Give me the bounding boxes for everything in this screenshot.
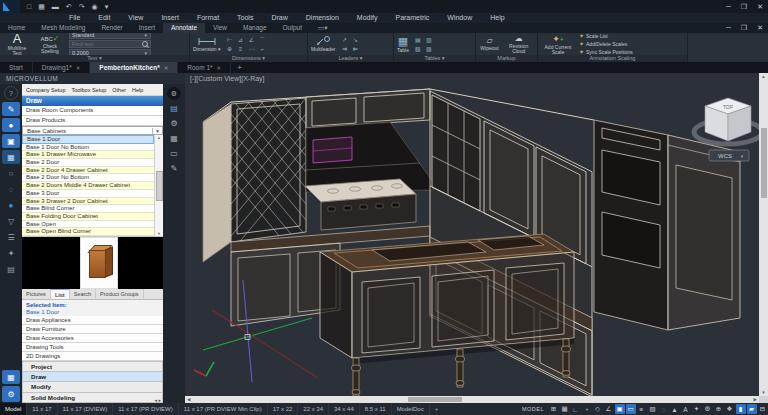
tab-product-groups[interactable]: Product Groups bbox=[96, 289, 144, 299]
table-export-icon[interactable]: ▤ bbox=[413, 36, 423, 44]
ribbon-tab-manage[interactable]: Manage bbox=[235, 23, 275, 33]
close-icon[interactable]: ✕ bbox=[164, 65, 169, 71]
pointer-tool-icon[interactable]: ✦ bbox=[2, 246, 20, 260]
status-object-snap-icon[interactable]: ▣ bbox=[615, 404, 625, 414]
new-drawing-tab-button[interactable]: + bbox=[231, 62, 248, 73]
range-cooktop[interactable] bbox=[305, 179, 416, 230]
new-layout-button[interactable]: + bbox=[430, 406, 444, 412]
angular-dimension-icon[interactable]: ∠ bbox=[247, 36, 257, 44]
markup-panel-label[interactable]: Markup bbox=[476, 55, 537, 62]
table-upload-icon[interactable]: ▧ bbox=[413, 45, 423, 53]
tab-search[interactable]: Search bbox=[70, 289, 96, 299]
baseline-dimension-icon[interactable]: ≡ bbox=[236, 45, 246, 53]
product-list-item[interactable]: Base 2 Door 4 Drawer Cabinet bbox=[22, 167, 154, 175]
remove-leader-icon[interactable]: ↘ bbox=[350, 36, 360, 44]
status-snap-mode-icon[interactable]: ▦ bbox=[560, 404, 570, 414]
undo-icon[interactable]: ↶ bbox=[64, 0, 74, 13]
qat-dropdown-icon[interactable]: ▾ bbox=[103, 0, 111, 13]
draw-furniture-button[interactable]: Draw Furniture bbox=[22, 325, 163, 334]
section-modify[interactable]: Modify bbox=[22, 381, 163, 391]
doc-minimize-button[interactable]: ─ bbox=[721, 23, 736, 33]
close-icon[interactable]: ✕ bbox=[217, 65, 222, 71]
palette-menu-other[interactable]: Other bbox=[112, 87, 126, 93]
status-autoscale-icon[interactable]: A bbox=[681, 404, 691, 414]
redo-icon[interactable]: ↷ bbox=[77, 0, 87, 13]
section-project[interactable]: Project bbox=[22, 361, 163, 371]
palette-title[interactable]: MICROVELLUM bbox=[0, 73, 185, 84]
ribbon-tab-home[interactable]: Home bbox=[0, 23, 33, 33]
scrollbar-thumb[interactable] bbox=[408, 397, 462, 402]
dimensions-panel-label[interactable]: Dimensions ▾ bbox=[190, 55, 307, 62]
layout-tab[interactable]: 34 x 44 bbox=[329, 403, 360, 415]
search-icon[interactable] bbox=[142, 41, 148, 47]
layout-tab[interactable]: 11 x 17 (PR DVIEW Min Clip) bbox=[179, 403, 268, 415]
menu-insert[interactable]: Insert bbox=[152, 13, 188, 23]
doc-tab-drawing1[interactable]: Drawing1*✕ bbox=[33, 62, 91, 73]
category-dropdown[interactable]: Base Cabinets ▼ bbox=[22, 126, 163, 135]
doc-tab-room1[interactable]: Room 1*✕ bbox=[178, 62, 231, 73]
far-right-cabinet[interactable] bbox=[668, 135, 740, 330]
ribbon-tab-render[interactable]: Render bbox=[93, 23, 130, 33]
circle-tool-icon[interactable]: ○ bbox=[2, 166, 20, 180]
layout-tab[interactable]: 8.5 x 11 bbox=[360, 403, 392, 415]
doc-tab-start[interactable]: Start bbox=[0, 62, 33, 73]
radius-dimension-icon[interactable]: ⊕ bbox=[225, 45, 235, 53]
product-list-item[interactable]: Base Open Blind Corner bbox=[22, 228, 154, 236]
draw-products-button[interactable]: Draw Products bbox=[22, 116, 163, 126]
menu-modify[interactable]: Modify bbox=[348, 13, 387, 23]
annotation-scaling-panel-label[interactable]: Annotation Scaling bbox=[538, 55, 687, 62]
menu-window[interactable]: Window bbox=[438, 13, 481, 23]
minimize-button[interactable]: ─ bbox=[721, 0, 736, 13]
status-ortho-icon[interactable]: ∟ bbox=[571, 404, 581, 414]
doc-restore-button[interactable]: ❐ bbox=[736, 23, 752, 33]
list-tool-icon[interactable]: ☰ bbox=[2, 230, 20, 244]
table-download-icon[interactable]: ▨ bbox=[424, 45, 434, 53]
menu-file[interactable]: File bbox=[60, 13, 89, 23]
text-style-combo[interactable]: Standard▼ bbox=[69, 33, 151, 39]
palette-menu-help[interactable]: Help bbox=[132, 87, 143, 93]
revision-cloud-button[interactable]: ☁ Revision Cloud bbox=[505, 35, 533, 54]
layout-tab[interactable]: 11 x 17 (DVIEW) bbox=[58, 403, 114, 415]
product-list-item[interactable]: Base 1 Door bbox=[22, 135, 154, 144]
palette-menu-company-setup[interactable]: Company Setup bbox=[26, 87, 65, 93]
ribbon-tab-annotate[interactable]: Annotate bbox=[163, 23, 205, 33]
add-current-scale-button[interactable]: ✦+ Add Current Scale bbox=[541, 33, 575, 55]
arc-dimension-icon[interactable]: ⌒ bbox=[258, 36, 268, 44]
scroll-down-icon[interactable]: ▼ bbox=[157, 231, 161, 236]
find-text-input[interactable] bbox=[72, 41, 132, 47]
viewport-controls-label[interactable]: [-][Custom View][X-Ray] bbox=[190, 75, 265, 82]
status-isometric-drafting-icon[interactable]: ◇ bbox=[593, 404, 603, 414]
camera-tool-icon[interactable]: ▦ bbox=[2, 150, 20, 164]
ribbon-tab-view[interactable]: View bbox=[205, 23, 235, 33]
layout-tab-model[interactable]: Model bbox=[0, 403, 27, 415]
status-annotation-visibility-icon[interactable]: ▲ bbox=[670, 404, 680, 414]
wcs-button[interactable]: WCS ▾ bbox=[709, 150, 749, 161]
viewport-horizontal-scrollbar[interactable]: ◀ ▶ bbox=[185, 396, 759, 403]
add-leader-icon[interactable]: ↗ bbox=[339, 36, 349, 44]
section-solid-modeling[interactable]: Solid Modeling bbox=[22, 392, 163, 402]
product-list-item[interactable]: Base Open bbox=[22, 221, 154, 229]
menu-tools[interactable]: Tools bbox=[228, 13, 262, 23]
tables-panel-label[interactable]: Tables ▾ bbox=[394, 55, 475, 62]
palette-settings-icon[interactable]: ⚙ bbox=[167, 87, 181, 100]
multileader-button[interactable]: Multileader bbox=[311, 36, 335, 52]
tall-oven-cabinet[interactable] bbox=[594, 120, 668, 330]
align-leaders-icon[interactable]: ⇉ bbox=[339, 45, 349, 53]
draw-mode-icon[interactable]: ✎ bbox=[2, 102, 20, 116]
doc-close-button[interactable]: ✕ bbox=[752, 23, 768, 33]
ring-tool-icon[interactable]: ◌ bbox=[2, 182, 20, 196]
add-delete-scales-button[interactable]: ✦ Add/Delete Scales bbox=[579, 41, 633, 48]
scroll-up-icon[interactable]: ▲ bbox=[157, 135, 161, 140]
layout-tab[interactable]: 11 x 17 (PR DVIEW) bbox=[113, 403, 179, 415]
status-graphics-performance-icon[interactable]: ▮ bbox=[736, 404, 746, 414]
scroll-left-icon[interactable]: ◀ bbox=[185, 397, 192, 402]
draw-room-components-button[interactable]: Draw Room Components bbox=[22, 106, 163, 116]
status-grid-icon[interactable]: ⊞ bbox=[549, 404, 559, 414]
menu-edit[interactable]: Edit bbox=[89, 13, 119, 23]
product-list-item[interactable]: Base 2 Door No Bottom bbox=[22, 174, 154, 182]
open-file-icon[interactable]: ▦ bbox=[36, 0, 47, 13]
status-annotation-scale-icon[interactable]: ✦ bbox=[692, 404, 702, 414]
status-clean-screen-icon[interactable]: ⊟ bbox=[758, 404, 768, 414]
selected-microwave[interactable] bbox=[313, 137, 352, 163]
layout-tab[interactable]: ModelDoc bbox=[392, 403, 430, 415]
